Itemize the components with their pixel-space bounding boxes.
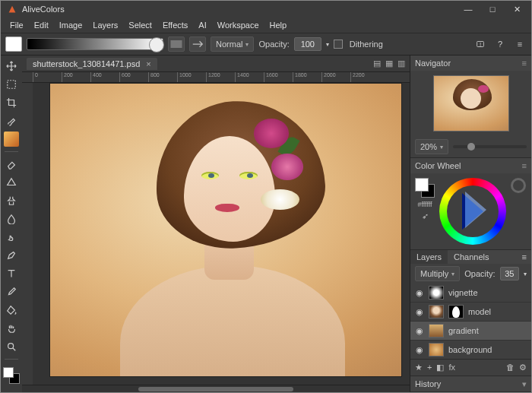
zoom-tool-icon[interactable] bbox=[4, 339, 19, 354]
move-tool-icon[interactable] bbox=[4, 59, 19, 74]
canvas-wrap bbox=[22, 83, 410, 385]
help-icon[interactable]: ? bbox=[493, 37, 507, 51]
hand-tool-icon[interactable] bbox=[4, 321, 19, 336]
tab-channels[interactable]: Channels bbox=[448, 250, 495, 264]
menu-select[interactable]: Select bbox=[124, 19, 157, 31]
layer-row[interactable]: ◉ model bbox=[410, 303, 531, 322]
ruler-tick: 0 bbox=[33, 72, 62, 82]
bucket-tool-icon[interactable] bbox=[4, 303, 19, 318]
gradient-linear-icon[interactable] bbox=[168, 36, 185, 52]
visibility-icon[interactable]: ◉ bbox=[415, 288, 424, 298]
menu-effects[interactable]: Effects bbox=[158, 19, 192, 31]
history-header[interactable]: History ▾ bbox=[410, 376, 531, 391]
chevron-down-icon[interactable]: ▾ bbox=[522, 379, 527, 389]
color-wheel[interactable] bbox=[439, 178, 506, 245]
layer-blend-dropdown[interactable]: Multiply▾ bbox=[415, 266, 460, 281]
layers-tabs: Layers Channels ≡ bbox=[410, 250, 531, 264]
eyedropper-tool-icon[interactable] bbox=[4, 284, 19, 300]
add-layer-icon[interactable]: + bbox=[427, 363, 432, 372]
layer-blend-value: Multiply bbox=[420, 269, 448, 278]
layer-name: vignette bbox=[448, 288, 478, 297]
menu-help[interactable]: Help bbox=[265, 19, 292, 31]
close-tab-icon[interactable]: × bbox=[146, 59, 150, 68]
panel-menu-icon[interactable]: ≡ bbox=[522, 59, 527, 68]
menu-file[interactable]: File bbox=[5, 19, 28, 31]
add-mask-icon[interactable]: ◧ bbox=[436, 363, 444, 372]
layer-thumbnail[interactable] bbox=[429, 286, 444, 300]
view-columns-icon[interactable]: ▥ bbox=[397, 59, 405, 68]
hex-value[interactable]: #ffffff bbox=[417, 201, 432, 208]
blend-mode-dropdown[interactable]: Normal▾ bbox=[211, 36, 254, 52]
notification-icon[interactable]: ! bbox=[473, 37, 487, 51]
header-right-icons: ! ? ≡ bbox=[473, 37, 527, 51]
foreground-color-swatch[interactable] bbox=[5, 36, 22, 52]
menu-edit[interactable]: Edit bbox=[30, 19, 53, 31]
dithering-checkbox[interactable] bbox=[334, 40, 343, 49]
tab-layers[interactable]: Layers bbox=[410, 250, 448, 264]
panel-menu-icon[interactable]: ≡ bbox=[518, 250, 531, 264]
color-preview-icon[interactable] bbox=[511, 178, 526, 193]
panel-menu-icon[interactable]: ≡ bbox=[522, 161, 527, 170]
scroll-thumb[interactable] bbox=[138, 387, 293, 391]
chevron-down-icon[interactable]: ▾ bbox=[326, 41, 329, 48]
view-grid-icon[interactable]: ▦ bbox=[385, 59, 393, 68]
layers-panel: Layers Channels ≡ Multiply▾ Opacity: 35 … bbox=[410, 250, 531, 376]
color-wheel-panel: Color Wheel ≡ #ffffff ➶ bbox=[410, 158, 531, 250]
smudge-tool-icon[interactable] bbox=[4, 230, 19, 245]
layer-opacity-input[interactable]: 35 bbox=[500, 267, 519, 280]
eraser-tool-icon[interactable] bbox=[4, 157, 19, 172]
document-image bbox=[49, 83, 402, 377]
navigator-thumbnail[interactable] bbox=[433, 75, 509, 132]
visibility-icon[interactable]: ◉ bbox=[415, 345, 424, 355]
visibility-icon[interactable]: ◉ bbox=[415, 307, 424, 317]
menu-layers[interactable]: Layers bbox=[88, 19, 122, 31]
layer-thumbnail[interactable] bbox=[429, 343, 444, 357]
gradient-reverse-icon[interactable] bbox=[189, 36, 206, 52]
blur-tool-icon[interactable] bbox=[4, 211, 19, 227]
layer-row[interactable]: ◉ background bbox=[410, 341, 531, 359]
layer-row[interactable]: ◉ gradient bbox=[410, 322, 531, 341]
visibility-icon[interactable]: ◉ bbox=[415, 326, 424, 336]
zoom-slider[interactable] bbox=[453, 145, 527, 148]
menu-ai[interactable]: AI bbox=[194, 19, 211, 31]
app-window: AliveColors — □ ✕ File Edit Image Layers… bbox=[0, 0, 532, 393]
pen-tool-icon[interactable] bbox=[4, 248, 19, 263]
slider-thumb[interactable] bbox=[467, 143, 475, 151]
settings-icon[interactable]: ⚙ bbox=[519, 363, 527, 372]
shape-tool-icon[interactable] bbox=[4, 175, 19, 190]
chevron-down-icon[interactable]: ▾ bbox=[524, 271, 527, 277]
canvas[interactable] bbox=[33, 83, 410, 385]
color-wheel-swatches[interactable] bbox=[415, 178, 435, 198]
layer-thumbnail[interactable] bbox=[429, 305, 444, 319]
brush-tool-icon[interactable] bbox=[4, 113, 19, 128]
zoom-dropdown[interactable]: 20%▾ bbox=[415, 139, 448, 154]
layer-thumbnail[interactable] bbox=[429, 324, 444, 338]
gradient-tool-icon[interactable] bbox=[4, 132, 19, 147]
document-tab[interactable]: shutterstock_130814471.psd × bbox=[27, 58, 157, 70]
delete-layer-icon[interactable]: 🗑 bbox=[506, 363, 515, 372]
menu-image[interactable]: Image bbox=[55, 19, 87, 31]
fx-icon[interactable]: fx bbox=[448, 363, 455, 372]
text-tool-icon[interactable] bbox=[4, 266, 19, 281]
view-panel-icon[interactable]: ▤ bbox=[373, 59, 381, 68]
ruler-tick: 200 bbox=[62, 72, 90, 82]
fg-swatch[interactable] bbox=[3, 367, 14, 378]
selection-tool-icon[interactable] bbox=[4, 77, 19, 92]
main-body: shutterstock_130814471.psd × ▤ ▦ ▥ 0 200… bbox=[1, 55, 531, 392]
close-button[interactable]: ✕ bbox=[508, 5, 525, 14]
star-icon[interactable]: ★ bbox=[415, 363, 423, 372]
menu-workspace[interactable]: Workspace bbox=[213, 19, 264, 31]
maximize-button[interactable]: □ bbox=[484, 5, 501, 14]
clone-tool-icon[interactable] bbox=[4, 193, 19, 208]
panel-menu-icon[interactable]: ≡ bbox=[513, 37, 527, 51]
opacity-label: Opacity: bbox=[258, 40, 289, 49]
gradient-preview[interactable] bbox=[27, 38, 163, 50]
scrollbar-horizontal[interactable] bbox=[22, 385, 410, 392]
crop-tool-icon[interactable] bbox=[4, 95, 19, 110]
layer-mask-thumbnail[interactable] bbox=[448, 305, 464, 319]
opacity-input[interactable]: 100 bbox=[294, 37, 321, 51]
minimize-button[interactable]: — bbox=[460, 5, 477, 14]
layer-row[interactable]: ◉ vignette bbox=[410, 284, 531, 303]
eyedropper-icon[interactable]: ➶ bbox=[422, 211, 429, 221]
color-swatches[interactable] bbox=[3, 367, 20, 384]
